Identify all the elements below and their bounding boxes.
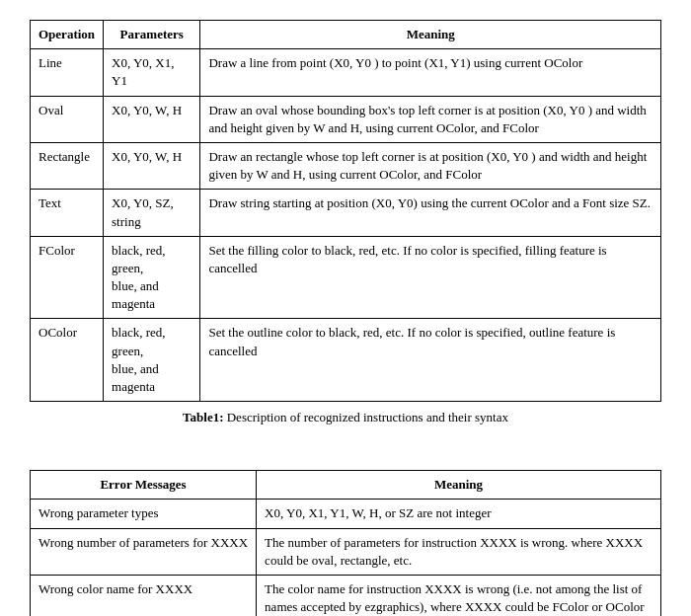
table1-cell-operation: Line xyxy=(31,49,104,96)
table1-cell-parameters: X0, Y0, SZ, string xyxy=(104,190,200,236)
table1-container: Operation Parameters Meaning LineX0, Y0,… xyxy=(30,20,661,425)
table2-col-meaning: Meaning xyxy=(257,471,661,500)
table1-cell-meaning: Draw a line from point (X0, Y0 ) to poin… xyxy=(200,49,661,96)
table2-cell-meaning: The color name for instruction XXXX is w… xyxy=(257,575,661,616)
table1-cell-operation: OColor xyxy=(31,319,104,402)
table1-cell-meaning: Draw string starting at position (X0, Y0… xyxy=(200,190,661,236)
table1-row: RectangleX0, Y0, W, HDraw an rectangle w… xyxy=(31,142,661,189)
table1-cell-operation: Oval xyxy=(31,96,104,142)
table1-cell-parameters: X0, Y0, W, H xyxy=(104,142,200,189)
table1-cell-meaning: Set the filling color to black, red, etc… xyxy=(200,236,661,319)
table1-col-meaning: Meaning xyxy=(200,21,661,49)
spacer xyxy=(30,445,661,470)
table1-row: OvalX0, Y0, W, HDraw an oval whose bound… xyxy=(31,96,661,142)
table1-caption-text: Description of recognized instructions a… xyxy=(223,410,507,424)
table2-cell-error: Wrong parameter types xyxy=(31,500,257,528)
table2-container: Error Messages Meaning Wrong parameter t… xyxy=(30,470,661,616)
table1-caption: Table1: Description of recognized instru… xyxy=(30,410,661,425)
table2-row: Wrong color name for XXXXThe color name … xyxy=(31,575,661,616)
table1-caption-bold: Table1: xyxy=(183,410,223,424)
table1-cell-operation: Rectangle xyxy=(31,142,104,189)
table1-cell-parameters: black, red, green,blue, and magenta xyxy=(104,319,200,402)
table1-col-operation: Operation xyxy=(31,21,104,49)
table2-cell-meaning: X0, Y0, X1, Y1, W, H, or SZ are not inte… xyxy=(257,500,661,528)
table1-row: TextX0, Y0, SZ, stringDraw string starti… xyxy=(31,190,661,236)
table1-cell-meaning: Set the outline color to black, red, etc… xyxy=(200,319,661,402)
table1-header-row: Operation Parameters Meaning xyxy=(31,21,661,49)
table1-cell-parameters: black, red, green,blue, and magenta xyxy=(104,236,200,319)
table1-row: FColorblack, red, green,blue, and magent… xyxy=(31,236,661,319)
table2-cell-error: Wrong number of parameters for XXXX xyxy=(31,528,257,575)
table1-row: OColorblack, red, green,blue, and magent… xyxy=(31,319,661,402)
table2-col-error: Error Messages xyxy=(31,471,257,500)
table1-cell-operation: FColor xyxy=(31,236,104,319)
table1-cell-operation: Text xyxy=(31,190,104,236)
table2: Error Messages Meaning Wrong parameter t… xyxy=(30,470,661,616)
table1-cell-meaning: Draw an rectangle whose top left corner … xyxy=(200,142,661,189)
table1-col-parameters: Parameters xyxy=(104,21,200,49)
table1: Operation Parameters Meaning LineX0, Y0,… xyxy=(30,20,661,402)
table2-cell-error: Wrong color name for XXXX xyxy=(31,575,257,616)
table2-cell-meaning: The number of parameters for instruction… xyxy=(257,528,661,575)
table1-row: LineX0, Y0, X1, Y1Draw a line from point… xyxy=(31,49,661,96)
table2-header-row: Error Messages Meaning xyxy=(31,471,661,500)
table1-cell-parameters: X0, Y0, X1, Y1 xyxy=(104,49,200,96)
table2-row: Wrong number of parameters for XXXXThe n… xyxy=(31,528,661,575)
table1-cell-parameters: X0, Y0, W, H xyxy=(104,96,200,142)
table1-cell-meaning: Draw an oval whose bounding box's top le… xyxy=(200,96,661,142)
table2-row: Wrong parameter typesX0, Y0, X1, Y1, W, … xyxy=(31,500,661,528)
